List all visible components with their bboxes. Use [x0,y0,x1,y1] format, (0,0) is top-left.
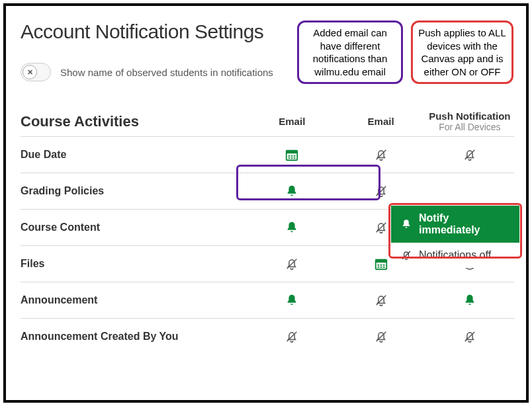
callout-red: Push applies to ALL devices with the Can… [411,20,513,84]
bell-off-icon [400,249,412,261]
svg-rect-17 [380,264,382,266]
row-label: Course Content [21,210,247,246]
table-row: Announcement Created By You [21,319,514,355]
bell-off-icon[interactable] [285,329,299,344]
svg-rect-4 [294,155,296,157]
svg-rect-20 [380,266,382,268]
observed-students-toggle[interactable]: ✕ [21,63,51,81]
menu-item-label: Notifications off [419,249,491,261]
bell-off-icon[interactable] [374,147,388,162]
menu-item-label: Notify immediately [419,212,510,236]
table-row: Grading Policies [21,173,514,210]
svg-rect-5 [288,157,290,159]
table-row: Due Date [21,137,514,173]
toggle-label: Show name of observed students in notifi… [60,67,273,78]
column-header-email1: Email [247,108,336,137]
row-label: Due Date [21,137,247,173]
row-label: Files [21,246,247,282]
bell-off-icon[interactable] [374,184,388,198]
svg-rect-19 [377,266,379,268]
toggle-knob: ✕ [22,65,37,79]
calendar-icon[interactable] [285,147,299,162]
svg-rect-6 [291,157,293,159]
bell-icon[interactable] [285,184,299,198]
bell-icon[interactable] [285,293,299,307]
svg-rect-18 [382,264,384,266]
svg-rect-15 [375,260,386,263]
row-label: Grading Policies [21,173,247,210]
svg-rect-2 [288,155,290,157]
column-header-push: Push Notification For All Devices [425,108,514,137]
row-label: Announcement [21,282,247,319]
row-label: Announcement Created By You [21,319,247,355]
bell-off-icon[interactable] [374,293,388,307]
svg-rect-7 [294,157,296,159]
bell-icon[interactable] [285,220,299,235]
bell-off-icon[interactable] [374,329,388,344]
menu-notifications-off[interactable]: Notifications off [391,243,519,268]
close-icon: ✕ [27,68,33,77]
bell-off-icon[interactable] [463,147,477,162]
bell-off-icon[interactable] [463,329,477,344]
bell-icon[interactable] [463,293,477,307]
svg-rect-21 [382,266,384,268]
callout-purple: Added email can have different notificat… [297,20,403,84]
svg-rect-3 [291,155,293,157]
calendar-icon[interactable] [374,257,388,271]
column-header-email2: Email [336,108,425,137]
bell-off-icon[interactable] [285,257,299,271]
section-title: Course Activities [21,113,139,130]
notification-menu: Notify immediately Notifications off [391,206,519,268]
svg-rect-16 [377,264,379,266]
menu-notify-immediately[interactable]: Notify immediately [391,206,519,243]
bell-icon [400,218,412,230]
bell-off-icon[interactable] [374,220,388,235]
svg-rect-1 [287,151,298,154]
table-row: Announcement [21,282,514,319]
